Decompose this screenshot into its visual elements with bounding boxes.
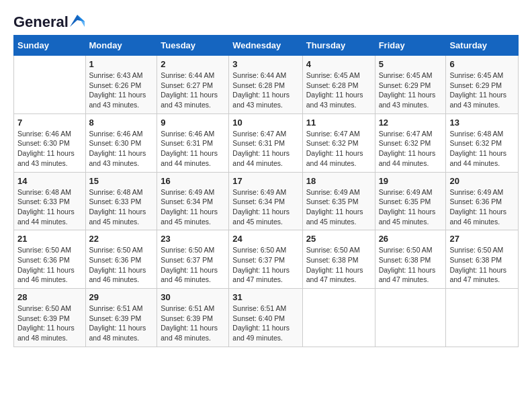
day-info: Sunrise: 6:49 AMSunset: 6:34 PMDaylight:… <box>161 187 225 227</box>
calendar-week-row: 28Sunrise: 6:50 AMSunset: 6:39 PMDayligh… <box>14 289 519 347</box>
day-number: 31 <box>232 292 298 302</box>
calendar-cell: 27Sunrise: 6:50 AMSunset: 6:38 PMDayligh… <box>446 230 519 289</box>
calendar-cell: 4Sunrise: 6:45 AMSunset: 6:28 PMDaylight… <box>302 56 375 114</box>
day-info: Sunrise: 6:48 AMSunset: 6:33 PMDaylight:… <box>17 187 82 227</box>
header-sunday: Sunday <box>14 36 86 56</box>
calendar-cell: 31Sunrise: 6:51 AMSunset: 6:40 PMDayligh… <box>229 289 302 347</box>
calendar-cell: 17Sunrise: 6:49 AMSunset: 6:34 PMDayligh… <box>229 172 302 230</box>
logo-general: General <box>13 13 69 31</box>
day-info: Sunrise: 6:50 AMSunset: 6:38 PMDaylight:… <box>379 245 443 285</box>
day-number: 15 <box>89 176 154 186</box>
day-info: Sunrise: 6:47 AMSunset: 6:31 PMDaylight:… <box>232 129 298 169</box>
calendar-week-row: 14Sunrise: 6:48 AMSunset: 6:33 PMDayligh… <box>14 172 519 230</box>
calendar-cell: 7Sunrise: 6:46 AMSunset: 6:30 PMDaylight… <box>14 113 86 172</box>
day-info: Sunrise: 6:50 AMSunset: 6:38 PMDaylight:… <box>306 245 371 285</box>
day-info: Sunrise: 6:51 AMSunset: 6:39 PMDaylight:… <box>161 304 225 343</box>
calendar-cell: 5Sunrise: 6:45 AMSunset: 6:29 PMDaylight… <box>375 56 446 114</box>
day-number: 13 <box>449 118 515 128</box>
calendar-cell: 25Sunrise: 6:50 AMSunset: 6:38 PMDayligh… <box>302 230 375 289</box>
day-info: Sunrise: 6:51 AMSunset: 6:40 PMDaylight:… <box>232 304 298 343</box>
day-number: 11 <box>306 118 371 128</box>
day-number: 19 <box>379 176 443 186</box>
day-number: 22 <box>89 234 154 244</box>
calendar-cell: 21Sunrise: 6:50 AMSunset: 6:36 PMDayligh… <box>14 230 86 289</box>
day-info: Sunrise: 6:50 AMSunset: 6:37 PMDaylight:… <box>232 245 298 285</box>
day-number: 21 <box>17 234 82 244</box>
day-info: Sunrise: 6:47 AMSunset: 6:32 PMDaylight:… <box>306 129 371 169</box>
calendar-cell: 11Sunrise: 6:47 AMSunset: 6:32 PMDayligh… <box>302 113 375 172</box>
day-info: Sunrise: 6:46 AMSunset: 6:30 PMDaylight:… <box>17 129 82 169</box>
calendar-week-row: 21Sunrise: 6:50 AMSunset: 6:36 PMDayligh… <box>14 230 519 289</box>
page-header: General <box>13 13 519 28</box>
day-number: 7 <box>17 118 82 128</box>
day-info: Sunrise: 6:45 AMSunset: 6:29 PMDaylight:… <box>379 71 443 110</box>
calendar-cell: 13Sunrise: 6:48 AMSunset: 6:32 PMDayligh… <box>446 113 519 172</box>
day-number: 5 <box>379 59 443 69</box>
calendar-cell <box>446 289 519 347</box>
day-info: Sunrise: 6:45 AMSunset: 6:29 PMDaylight:… <box>449 71 515 110</box>
header-thursday: Thursday <box>302 36 375 56</box>
calendar-cell: 1Sunrise: 6:43 AMSunset: 6:26 PMDaylight… <box>85 56 157 114</box>
day-number: 20 <box>449 176 515 186</box>
day-info: Sunrise: 6:50 AMSunset: 6:37 PMDaylight:… <box>161 245 225 285</box>
header-wednesday: Wednesday <box>229 36 302 56</box>
day-number: 14 <box>17 176 82 186</box>
day-info: Sunrise: 6:46 AMSunset: 6:31 PMDaylight:… <box>161 129 225 169</box>
calendar-cell: 9Sunrise: 6:46 AMSunset: 6:31 PMDaylight… <box>157 113 229 172</box>
calendar-cell: 19Sunrise: 6:49 AMSunset: 6:35 PMDayligh… <box>375 172 446 230</box>
day-info: Sunrise: 6:50 AMSunset: 6:39 PMDaylight:… <box>17 304 82 343</box>
day-info: Sunrise: 6:48 AMSunset: 6:32 PMDaylight:… <box>449 129 515 169</box>
day-number: 28 <box>17 292 82 302</box>
day-info: Sunrise: 6:50 AMSunset: 6:36 PMDaylight:… <box>89 245 154 285</box>
day-number: 10 <box>232 118 298 128</box>
calendar-cell: 12Sunrise: 6:47 AMSunset: 6:32 PMDayligh… <box>375 113 446 172</box>
day-info: Sunrise: 6:45 AMSunset: 6:28 PMDaylight:… <box>306 71 371 110</box>
day-number: 27 <box>449 234 515 244</box>
calendar-table: SundayMondayTuesdayWednesdayThursdayFrid… <box>13 35 519 347</box>
day-number: 17 <box>232 176 298 186</box>
calendar-week-row: 1Sunrise: 6:43 AMSunset: 6:26 PMDaylight… <box>14 56 519 114</box>
calendar-header-row: SundayMondayTuesdayWednesdayThursdayFrid… <box>14 36 519 56</box>
calendar-cell: 26Sunrise: 6:50 AMSunset: 6:38 PMDayligh… <box>375 230 446 289</box>
day-number: 24 <box>232 234 298 244</box>
calendar-cell: 3Sunrise: 6:44 AMSunset: 6:28 PMDaylight… <box>229 56 302 114</box>
svg-marker-1 <box>77 15 85 27</box>
day-number: 4 <box>306 59 371 69</box>
day-info: Sunrise: 6:46 AMSunset: 6:30 PMDaylight:… <box>89 129 154 169</box>
calendar-cell: 22Sunrise: 6:50 AMSunset: 6:36 PMDayligh… <box>85 230 157 289</box>
calendar-cell <box>302 289 375 347</box>
day-number: 2 <box>161 59 225 69</box>
header-saturday: Saturday <box>446 36 519 56</box>
day-number: 23 <box>161 234 225 244</box>
day-number: 26 <box>379 234 443 244</box>
calendar-cell: 14Sunrise: 6:48 AMSunset: 6:33 PMDayligh… <box>14 172 86 230</box>
day-info: Sunrise: 6:43 AMSunset: 6:26 PMDaylight:… <box>89 71 154 110</box>
header-friday: Friday <box>375 36 446 56</box>
calendar-cell: 23Sunrise: 6:50 AMSunset: 6:37 PMDayligh… <box>157 230 229 289</box>
logo: General <box>13 13 85 28</box>
calendar-cell: 2Sunrise: 6:44 AMSunset: 6:27 PMDaylight… <box>157 56 229 114</box>
day-number: 16 <box>161 176 225 186</box>
calendar-cell: 30Sunrise: 6:51 AMSunset: 6:39 PMDayligh… <box>157 289 229 347</box>
calendar-cell: 28Sunrise: 6:50 AMSunset: 6:39 PMDayligh… <box>14 289 86 347</box>
day-info: Sunrise: 6:47 AMSunset: 6:32 PMDaylight:… <box>379 129 443 169</box>
calendar-cell: 18Sunrise: 6:49 AMSunset: 6:35 PMDayligh… <box>302 172 375 230</box>
day-number: 29 <box>89 292 154 302</box>
calendar-week-row: 7Sunrise: 6:46 AMSunset: 6:30 PMDaylight… <box>14 113 519 172</box>
calendar-cell: 20Sunrise: 6:49 AMSunset: 6:36 PMDayligh… <box>446 172 519 230</box>
day-number: 3 <box>232 59 298 69</box>
day-info: Sunrise: 6:50 AMSunset: 6:38 PMDaylight:… <box>449 245 515 285</box>
calendar-cell: 6Sunrise: 6:45 AMSunset: 6:29 PMDaylight… <box>446 56 519 114</box>
day-info: Sunrise: 6:44 AMSunset: 6:28 PMDaylight:… <box>232 71 298 110</box>
day-number: 12 <box>379 118 443 128</box>
logo-bird-icon <box>70 15 85 27</box>
day-info: Sunrise: 6:50 AMSunset: 6:36 PMDaylight:… <box>17 245 82 285</box>
day-info: Sunrise: 6:48 AMSunset: 6:33 PMDaylight:… <box>89 187 154 227</box>
header-monday: Monday <box>85 36 157 56</box>
day-info: Sunrise: 6:49 AMSunset: 6:34 PMDaylight:… <box>232 187 298 227</box>
day-number: 9 <box>161 118 225 128</box>
day-info: Sunrise: 6:49 AMSunset: 6:35 PMDaylight:… <box>306 187 371 227</box>
day-number: 18 <box>306 176 371 186</box>
calendar-cell: 24Sunrise: 6:50 AMSunset: 6:37 PMDayligh… <box>229 230 302 289</box>
calendar-cell <box>375 289 446 347</box>
